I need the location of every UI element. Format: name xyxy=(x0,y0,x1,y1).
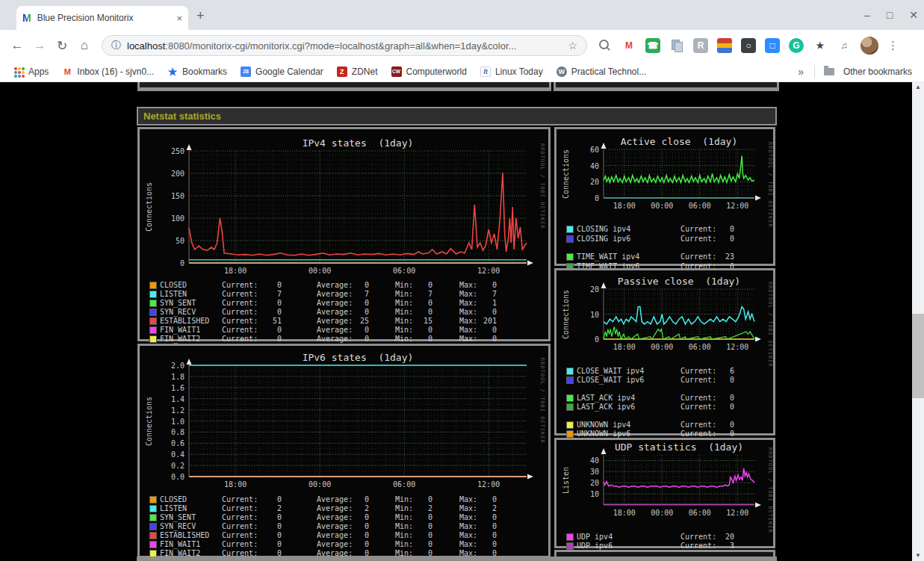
bookmark-item-computerworld[interactable]: CWComputerworld xyxy=(391,66,467,77)
x-tick-label: 00:00 xyxy=(305,480,335,489)
bookmarks-divider xyxy=(814,65,815,78)
browser-menu-icon[interactable]: ⋮ xyxy=(887,39,899,52)
copy-pages-icon[interactable] xyxy=(669,38,684,53)
bookmark-item-inbox-16-sjvn0[interactable]: MInbox (16) - sjvn0... xyxy=(62,66,154,77)
legend-value: 0 xyxy=(339,299,369,307)
gmail-icon[interactable]: M xyxy=(621,38,636,53)
tab-close-icon[interactable]: × xyxy=(176,13,182,24)
legend-text: SYN_RECV xyxy=(160,308,196,316)
scrollbar-thumb[interactable] xyxy=(912,314,924,398)
y-axis-label: Connections xyxy=(145,396,153,445)
browser-toolbar: ← → ↻ ⌂ ⓘ localhost:8080/monitorix-cgi/m… xyxy=(0,30,924,61)
chart-ipv6-states[interactable]: IPv6 states (1day)0.00.20.40.60.81.01.21… xyxy=(137,344,551,558)
x-tick-label: 06:00 xyxy=(685,509,715,517)
legend-value: 51 xyxy=(252,317,282,325)
y-tick-label: 30 xyxy=(569,468,599,476)
legend-row: FIN_WAIT1Current:0Average:0Min:0Max:0 xyxy=(140,326,548,335)
chart-ipv4-states[interactable]: IPv4 states (1day)05010015020025018:0000… xyxy=(137,127,551,341)
bookmark-item-linux-today[interactable]: ltLinux Today xyxy=(480,66,543,77)
extension-icons: M☎R○□G★♫ xyxy=(598,38,852,53)
grammarly-icon[interactable]: G xyxy=(789,38,804,53)
y-tick-label: 0 xyxy=(569,335,599,344)
books-icon[interactable] xyxy=(717,38,732,53)
new-tab-button[interactable]: + xyxy=(196,9,205,22)
legend-text: FIN_WAIT1 xyxy=(160,540,200,548)
legend-row: CLOSING ipv6Current:0 xyxy=(556,235,773,244)
chart-active-close[interactable]: Active close (1day)020406018:0000:0006:0… xyxy=(554,127,775,266)
dark-app-icon[interactable]: ○ xyxy=(741,38,756,53)
bookmark-star-icon[interactable]: ☆ xyxy=(568,40,577,52)
close-button[interactable]: ✕ xyxy=(909,9,918,21)
zoom-icon[interactable]: □ xyxy=(765,38,780,53)
scroll-down-arrow[interactable]: ▼ xyxy=(912,551,924,561)
legend-value: 0 xyxy=(252,531,282,539)
reload-button[interactable]: ↻ xyxy=(51,38,73,54)
bookmarks-overflow-chevron[interactable]: » xyxy=(798,66,804,78)
minimize-button[interactable]: – xyxy=(864,9,870,21)
y-tick-label: 20 xyxy=(569,285,599,294)
legend-swatch xyxy=(149,541,157,548)
legend-text: SYN_SENT xyxy=(160,513,196,521)
wp-icon: W xyxy=(556,66,567,77)
legend-row: UNKNOWN ipv4Current:0 xyxy=(556,421,773,430)
bookmark-label: Google Calendar xyxy=(255,66,323,77)
legend-value: 2 xyxy=(339,504,369,512)
maximize-button[interactable]: □ xyxy=(887,9,893,21)
legend-value: 0 xyxy=(467,308,497,316)
url-text: localhost:8080/monitorix-cgi/monitorix.c… xyxy=(127,40,562,52)
other-bookmarks[interactable]: Other bookmarks xyxy=(824,66,912,77)
legend-value: 0 xyxy=(403,326,432,334)
scrollbar[interactable]: ▲ ▼ xyxy=(912,82,924,561)
legend-value: 0 xyxy=(252,540,282,548)
legend-text: UDP ipv4 xyxy=(577,533,613,541)
forward-button[interactable]: → xyxy=(28,38,51,53)
phone-icon[interactable]: ☎ xyxy=(645,38,660,53)
legend-row: CLOSING ipv4Current:0 xyxy=(556,225,773,234)
search-icon[interactable] xyxy=(598,38,613,53)
y-tick-label: 0.4 xyxy=(155,450,185,459)
letter-r-icon[interactable]: R xyxy=(693,38,708,53)
y-tick-label: 40 xyxy=(569,456,599,465)
legend-value: 0 xyxy=(403,531,432,539)
home-button[interactable]: ⌂ xyxy=(73,38,96,53)
legend-value: 0 xyxy=(403,281,432,289)
bookmark-item-google-calendar[interactable]: 28Google Calendar xyxy=(241,66,323,77)
legend-text: UDP ipv6 xyxy=(577,542,613,550)
legend-row: LAST_ACK ipv4Current:0 xyxy=(556,394,773,403)
legend-value: 2 xyxy=(403,504,432,512)
y-tick-label: 0.8 xyxy=(155,428,185,436)
series-time-wait-ipv4 xyxy=(604,156,754,183)
legend-text: CLOSED xyxy=(160,281,187,289)
legend-text: UNKNOWN ipv6 xyxy=(577,430,630,438)
chart-passive-close[interactable]: Passive close (1day)0102018:0000:0006:00… xyxy=(554,268,775,436)
y-axis-label: Connections xyxy=(562,149,570,198)
back-button[interactable]: ← xyxy=(6,38,28,53)
other-bookmarks-label: Other bookmarks xyxy=(843,66,912,77)
x-tick-label: 12:00 xyxy=(722,343,752,351)
scroll-up-arrow[interactable]: ▲ xyxy=(912,82,924,93)
legend-swatch xyxy=(149,317,157,325)
chart-title: Passive close (1day) xyxy=(604,276,754,287)
section-header: Netstat statistics xyxy=(137,107,777,125)
x-tick-label: 00:00 xyxy=(647,202,677,210)
bookmark-item-practical-technol[interactable]: WPractical Technol... xyxy=(556,66,647,77)
extension-pin-icon[interactable]: ★ xyxy=(813,38,828,53)
profile-avatar[interactable] xyxy=(861,37,878,55)
legend-value: 2 xyxy=(467,504,497,512)
legend-value: 0 xyxy=(252,308,282,316)
legend-text: FIN_WAIT1 xyxy=(160,326,200,334)
series-udp-ipv4 xyxy=(604,468,754,487)
legend-value: 0 xyxy=(252,335,282,343)
bookmark-item-zdnet[interactable]: ZZDNet xyxy=(337,66,378,77)
chart-udp-statistics[interactable]: UDP statistics (1day)1020304018:0000:000… xyxy=(554,438,775,548)
address-bar[interactable]: ⓘ localhost:8080/monitorix-cgi/monitorix… xyxy=(102,35,587,56)
playlist-icon[interactable]: ♫ xyxy=(837,38,852,53)
browser-tab[interactable]: M Blue Precision Monitorix × xyxy=(16,6,188,30)
legend-value: 0 xyxy=(467,513,497,521)
rrdtool-watermark: RRDTOOL / TOBI OETIKER xyxy=(539,143,545,229)
bookmark-item-apps[interactable]: Apps xyxy=(13,66,49,77)
bookmark-item-bookmarks[interactable]: ★Bookmarks xyxy=(167,66,227,77)
y-tick-label: 0.0 xyxy=(155,473,185,481)
legend-swatch xyxy=(149,496,157,503)
page-info-icon[interactable]: ⓘ xyxy=(111,39,121,52)
